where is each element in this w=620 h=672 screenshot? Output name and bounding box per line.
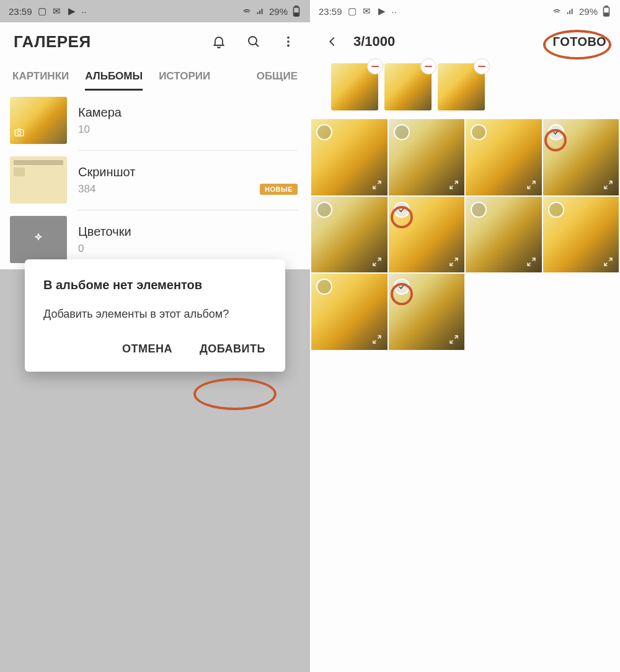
- svg-rect-2: [294, 13, 298, 16]
- photo-cell[interactable]: [389, 274, 465, 350]
- photo-cell[interactable]: [543, 197, 619, 273]
- expand-icon[interactable]: [601, 255, 615, 269]
- signal-icon: [565, 6, 575, 16]
- select-toggle[interactable]: [548, 124, 564, 140]
- picker-header: 3/1000 ГОТОВО: [310, 22, 620, 61]
- tab-bar: КАРТИНКИ АЛЬБОМЫ ИСТОРИИ ОБЩИЕ: [0, 61, 310, 91]
- image-icon: ▢: [347, 6, 357, 16]
- battery-percent: 29%: [579, 6, 598, 17]
- expand-icon[interactable]: [370, 333, 384, 346]
- youtube-icon: ▶: [67, 6, 77, 16]
- status-bar: 23:59 ▢ ✉ ▶ ·· 29%: [310, 0, 620, 22]
- dialog-body: Добавить элементы в этот альбом?: [43, 306, 267, 323]
- search-icon[interactable]: [246, 34, 262, 50]
- app-title: ГАЛЕРЕЯ: [14, 32, 91, 52]
- selected-chip[interactable]: [331, 63, 378, 110]
- tab-pictures[interactable]: КАРТИНКИ: [12, 70, 69, 91]
- status-time: 23:59: [9, 6, 32, 17]
- album-list: Камера 10 Скриншот 384 НОВЫЕ: [0, 91, 310, 269]
- remove-icon[interactable]: [420, 58, 436, 74]
- select-toggle[interactable]: [316, 124, 332, 140]
- photo-cell[interactable]: [311, 274, 388, 350]
- select-toggle[interactable]: [394, 279, 410, 295]
- select-toggle[interactable]: [316, 279, 332, 295]
- tab-shared[interactable]: ОБЩИЕ: [257, 70, 298, 91]
- mail-icon: ✉: [52, 6, 62, 16]
- album-row[interactable]: Камера 10: [0, 91, 310, 150]
- dialog-title: В альбоме нет элементов: [43, 278, 267, 292]
- wifi-icon: [242, 6, 252, 16]
- album-count: 384: [78, 183, 95, 195]
- selected-strip: [310, 61, 620, 119]
- camera-icon: [14, 127, 25, 140]
- tab-stories[interactable]: ИСТОРИИ: [159, 70, 210, 91]
- select-toggle[interactable]: [471, 124, 487, 140]
- svg-point-4: [287, 37, 290, 39]
- battery-percent: 29%: [269, 6, 288, 17]
- selected-chip[interactable]: [384, 63, 432, 110]
- svg-point-8: [17, 132, 20, 135]
- photo-cell[interactable]: [543, 119, 619, 195]
- svg-point-5: [287, 40, 290, 43]
- battery-icon: [291, 6, 301, 16]
- photo-cell[interactable]: [389, 197, 465, 273]
- album-thumbnail: [10, 216, 67, 263]
- new-badge: НОВЫЕ: [260, 184, 298, 195]
- status-time: 23:59: [319, 6, 342, 17]
- add-button[interactable]: ДОБАВИТЬ: [198, 340, 267, 358]
- tab-albums[interactable]: АЛЬБОМЫ: [85, 70, 143, 91]
- select-toggle[interactable]: [394, 124, 410, 140]
- svg-rect-1: [295, 6, 298, 7]
- photo-cell[interactable]: [311, 197, 388, 273]
- more-indicator: ··: [392, 6, 397, 17]
- svg-point-6: [287, 45, 290, 47]
- album-count: 0: [78, 243, 84, 255]
- app-header: ГАЛЕРЕЯ: [0, 22, 310, 61]
- more-icon[interactable]: [280, 34, 296, 50]
- album-thumbnail: [10, 156, 67, 204]
- wifi-icon: [552, 6, 562, 16]
- svg-rect-11: [604, 13, 608, 16]
- selected-chip[interactable]: [438, 63, 485, 110]
- battery-icon: [601, 6, 611, 16]
- photo-cell[interactable]: [466, 119, 542, 195]
- expand-icon[interactable]: [447, 333, 461, 346]
- image-icon: ▢: [37, 6, 47, 16]
- photo-cell[interactable]: [389, 119, 465, 195]
- gallery-screen: 23:59 ▢ ✉ ▶ ·· 29% ГАЛЕРЕЯ: [0, 0, 310, 672]
- expand-icon[interactable]: [370, 178, 384, 192]
- remove-icon[interactable]: [367, 58, 383, 74]
- empty-album-dialog: В альбоме нет элементов Добавить элемент…: [25, 259, 285, 372]
- status-bar: 23:59 ▢ ✉ ▶ ·· 29%: [0, 0, 310, 22]
- select-toggle[interactable]: [471, 202, 487, 218]
- svg-point-3: [249, 37, 257, 45]
- remove-icon[interactable]: [474, 58, 490, 74]
- selection-counter: 3/1000: [353, 34, 395, 50]
- mail-icon: ✉: [362, 6, 372, 16]
- select-toggle[interactable]: [548, 202, 564, 218]
- picker-screen: 23:59 ▢ ✉ ▶ ·· 29% 3/1000 ГОТОВО: [310, 0, 620, 672]
- expand-icon[interactable]: [601, 178, 615, 192]
- album-row[interactable]: Скриншот 384 НОВЫЕ: [0, 150, 310, 210]
- signal-icon: [255, 6, 265, 16]
- expand-icon[interactable]: [447, 178, 461, 192]
- photo-cell[interactable]: [466, 197, 542, 273]
- svg-rect-10: [605, 6, 608, 7]
- cancel-button[interactable]: ОТМЕНА: [121, 340, 174, 358]
- photo-cell[interactable]: [311, 119, 388, 195]
- annotation-ellipse: [193, 378, 277, 410]
- expand-icon[interactable]: [525, 178, 538, 192]
- album-count: 10: [78, 123, 90, 136]
- back-button[interactable]: [324, 33, 341, 50]
- album-thumbnail: [10, 97, 67, 144]
- expand-icon[interactable]: [525, 255, 538, 269]
- expand-icon[interactable]: [447, 255, 461, 269]
- bell-icon[interactable]: [211, 34, 227, 50]
- album-title: Скриншот: [78, 165, 298, 179]
- done-button[interactable]: ГОТОВО: [553, 35, 606, 49]
- select-toggle[interactable]: [316, 202, 332, 218]
- expand-icon[interactable]: [370, 255, 384, 269]
- select-toggle[interactable]: [394, 202, 410, 218]
- photo-grid: [310, 119, 620, 350]
- album-title: Камера: [78, 105, 298, 120]
